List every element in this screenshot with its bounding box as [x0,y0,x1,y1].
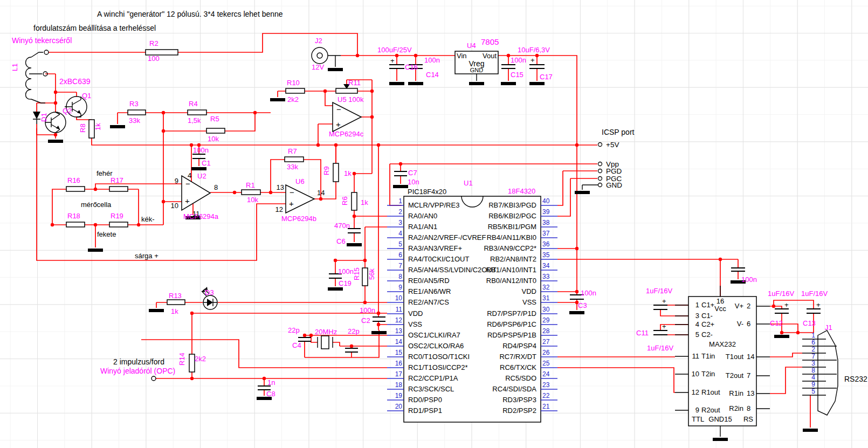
u1-pin-number: 32 [542,284,550,291]
max232-pin-number: 8 [747,404,750,412]
wire-junction [363,259,367,262]
schematic-label: Winyó tekercséről [12,36,72,45]
schematic-label: 4 [188,171,191,180]
wire-junction [377,143,380,147]
schematic-label: 12V [312,63,324,71]
schematic-label: R2 [149,39,159,47]
ground-symbol [328,287,343,291]
schematic-label: 100n [581,289,596,297]
schematic-label: 12 [275,205,283,213]
ground-symbol [347,243,362,246]
wire-junction [54,91,57,94]
max232-rs-label: RS [743,415,753,423]
u1-pin-number: 19 [395,392,403,399]
u1-pin-number: 30 [542,306,550,313]
u1-pin-number: 10 [395,294,403,302]
schematic-label: kék- [141,215,155,223]
ground-symbol [501,82,516,85]
u1-pin-name: RC1/T1OSI/CCP2* [408,363,468,371]
diode-d1 [33,112,40,124]
schematic-label: R19 [111,212,123,220]
resistor-body [206,128,225,133]
u1-pin-name: RE2/AN7/CS [408,298,449,306]
ground-symbol [389,82,404,85]
max232-pin-number: 2 [747,302,750,310]
u1-pin-name: RD3/PSP3 [502,396,536,404]
u1-pin-number: 16 [395,360,403,367]
j1-pin-number: 5 [811,388,815,395]
u1-pin-number: 23 [542,381,550,389]
j1-pin-number: 4 [811,374,815,381]
wire-junction [719,258,722,261]
u1-pin-name: RA1/AN1 [408,223,437,231]
resistor-body [109,222,128,227]
u1-pin-name: RD5/PSP5/P1B [487,331,536,339]
wire-junction [162,111,165,114]
schematic-label: fordulatszám beállítása a terheléssel [33,24,156,32]
u1-pin-number: 25 [542,360,550,367]
u1-pin-number: 31 [542,294,550,302]
schematic-label: U4 [467,42,476,50]
schematic-label: C13 [803,319,816,327]
wire-junction [323,89,327,93]
schematic-label: C7 [408,169,417,177]
schematic-label: fekete [97,230,116,238]
icsp-pin-label: PGD [606,167,622,175]
u1-pin-number: 35 [542,251,550,259]
schematic-label: R6 [341,196,349,205]
schematic-label: + [662,297,666,305]
max232-pin-number: 5 [695,330,699,339]
schematic-label: 470n [334,222,350,230]
schematic-label: D3 [205,288,214,297]
schematic-label: + [662,322,666,330]
resistor-body [66,222,85,227]
wire-junction [414,54,417,57]
transistor-q2 [45,112,66,133]
wire-junction [575,143,578,147]
schematic-label: 9 [175,177,178,185]
schematic-label: R3 [129,100,139,108]
schematic-label: U5 100k [337,95,364,104]
schematic-label: 10 [171,202,178,210]
ground-symbol [408,82,423,85]
schematic-label: R10 [287,79,300,87]
wire-junction [796,331,800,334]
schematic-label: − [185,179,190,188]
u1-pin-number: 33 [542,273,550,280]
resistor-body [336,88,357,93]
icsp-pin [598,169,602,173]
schematic-label: 2k2 [287,95,299,104]
resistor-body [285,157,304,162]
max232-pin-name: R2out [701,406,720,414]
u1-pin-name: RA0/AN0 [408,212,437,220]
schematic-label: 2 impulzus/ford [113,357,164,366]
u1-pin-number: 21 [542,403,550,410]
schematic-label: 56k [368,268,376,280]
u1-pin-name: RD7/PSP7/P1D [487,309,536,318]
resistor-body [109,187,128,191]
resistor-body [167,300,185,305]
schematic-label: 14 [317,189,325,197]
u1-pin-number: 28 [542,327,550,335]
u1-pin-number: 7 [398,262,402,270]
schematic-label: R5 [210,115,219,123]
u1-pin-number: 37 [542,230,550,237]
max232-pin-name: C2+ [701,320,714,328]
schematic-label: R17 [111,176,123,184]
u1-pin-number: 13 [395,327,403,335]
schematic-label: MCP6294b [281,215,316,223]
schematic-label: C19 [339,279,352,287]
schematic-label: GND [470,67,484,73]
icsp-pin [598,183,602,187]
wire-junction [350,344,353,348]
max232-pin-name: C1- [701,312,713,320]
u1-pin-number: 34 [542,262,550,270]
schematic-label: U1 [464,179,473,187]
schematic-label: R15 [353,267,361,280]
schematic-label: + [390,57,395,65]
icsp-pin [598,143,602,147]
schematic-label: mérőcella [81,201,112,209]
wire-junction [377,323,380,326]
wire-junction [316,143,320,147]
max232-pin-number: 1 [695,301,699,309]
